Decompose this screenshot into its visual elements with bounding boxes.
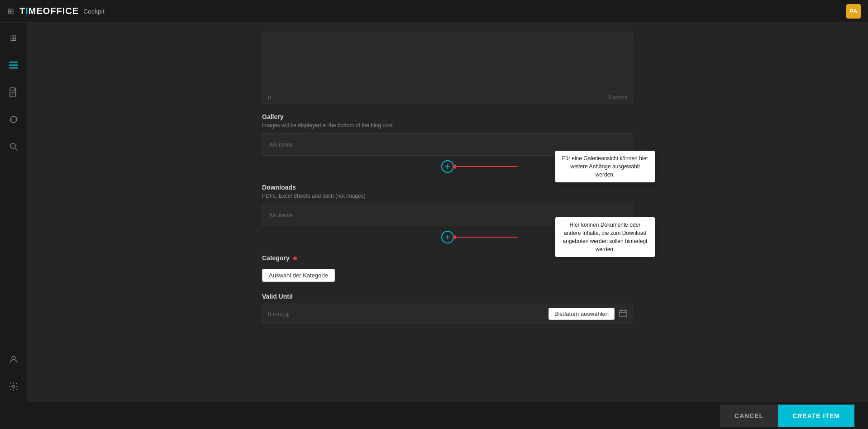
valid-until-title: Valid Until bbox=[262, 293, 633, 300]
gallery-tooltip: Für eine Galerieansicht können hier weit… bbox=[555, 151, 655, 182]
sidebar-item-menu[interactable] bbox=[5, 57, 22, 73]
svg-rect-2 bbox=[9, 67, 18, 69]
content-area[interactable]: p 0 words Gallery Images will be display… bbox=[27, 23, 868, 429]
sidebar-item-user[interactable] bbox=[5, 351, 22, 367]
gallery-annotation: Für eine Galerieansicht können hier weit… bbox=[452, 164, 518, 169]
downloads-no-items: No items bbox=[270, 212, 293, 219]
editor-body[interactable] bbox=[262, 32, 633, 91]
editor-section[interactable]: p 0 words bbox=[262, 32, 633, 104]
create-button[interactable]: CREATE ITEM bbox=[778, 405, 854, 427]
logo-text: TIMEOFFICE bbox=[19, 6, 79, 16]
editor-paragraph-label: p bbox=[268, 94, 271, 100]
date-pick-button[interactable]: Bisdatum auswählen bbox=[548, 308, 615, 320]
gallery-arrow-line bbox=[455, 166, 518, 167]
gallery-add-row: + Für eine Galerieansicht können hier we… bbox=[262, 160, 633, 173]
svg-rect-1 bbox=[9, 65, 18, 66]
svg-point-4 bbox=[10, 143, 15, 148]
sidebar: ⊞ bbox=[0, 23, 27, 429]
downloads-add-row: + Hier können Dokumente oder andere Inha… bbox=[262, 231, 633, 243]
downloads-annotation: Hier können Dokumente oder andere Inhalt… bbox=[452, 235, 518, 239]
downloads-section: Downloads PDFs, Excel Sheets and such (n… bbox=[262, 184, 633, 243]
cancel-button[interactable]: CANCEL bbox=[720, 405, 778, 427]
topbar: ⊞ TIMEOFFICE Cockpit PA bbox=[0, 0, 868, 23]
action-bar: CANCEL CREATE ITEM bbox=[0, 402, 868, 429]
downloads-tooltip: Hier können Dokumente oder andere Inhalt… bbox=[555, 217, 655, 257]
main-layout: ⊞ bbox=[0, 23, 868, 429]
logo: TIMEOFFICE Cockpit bbox=[19, 6, 105, 16]
gallery-section: Gallery Images will be displayed at the … bbox=[262, 113, 633, 173]
sidebar-item-settings[interactable] bbox=[5, 378, 22, 395]
gallery-title: Gallery bbox=[262, 113, 633, 120]
sidebar-item-search[interactable] bbox=[5, 138, 22, 155]
editor-footer: p 0 words bbox=[262, 91, 633, 103]
category-required-dot bbox=[293, 257, 297, 260]
downloads-arrow-line bbox=[455, 237, 518, 238]
valid-until-section: Valid Until tt.mm.jjjj Bisdatum auswähle… bbox=[262, 293, 633, 324]
svg-rect-10 bbox=[620, 310, 627, 317]
apps-icon[interactable]: ⊞ bbox=[7, 6, 14, 16]
downloads-title: Downloads bbox=[262, 184, 633, 191]
sidebar-item-document[interactable] bbox=[5, 84, 22, 100]
content-inner: p 0 words Gallery Images will be display… bbox=[262, 23, 633, 393]
category-select-button[interactable]: Auswahl der Kategorie bbox=[262, 269, 335, 282]
cockpit-label: Cockpit bbox=[83, 8, 105, 15]
gallery-subtitle: Images will be displayed at the bottom o… bbox=[262, 122, 633, 129]
sidebar-item-apps[interactable]: ⊞ bbox=[5, 30, 22, 46]
sidebar-item-refresh[interactable] bbox=[5, 111, 22, 128]
date-placeholder: tt.mm.jjjj bbox=[268, 310, 544, 317]
svg-point-6 bbox=[12, 356, 15, 360]
svg-rect-0 bbox=[9, 62, 18, 63]
avatar[interactable]: PA bbox=[846, 4, 861, 19]
downloads-subtitle: PDFs, Excel Sheets and such (not images) bbox=[262, 193, 633, 199]
svg-point-7 bbox=[12, 386, 14, 388]
editor-word-count: 0 words bbox=[608, 94, 627, 100]
calendar-icon bbox=[619, 309, 627, 319]
category-section: Category Auswahl der Kategorie bbox=[262, 254, 633, 282]
gallery-no-items: No items bbox=[270, 141, 293, 148]
date-input-row[interactable]: tt.mm.jjjj Bisdatum auswählen bbox=[262, 304, 633, 324]
svg-line-5 bbox=[15, 148, 17, 150]
